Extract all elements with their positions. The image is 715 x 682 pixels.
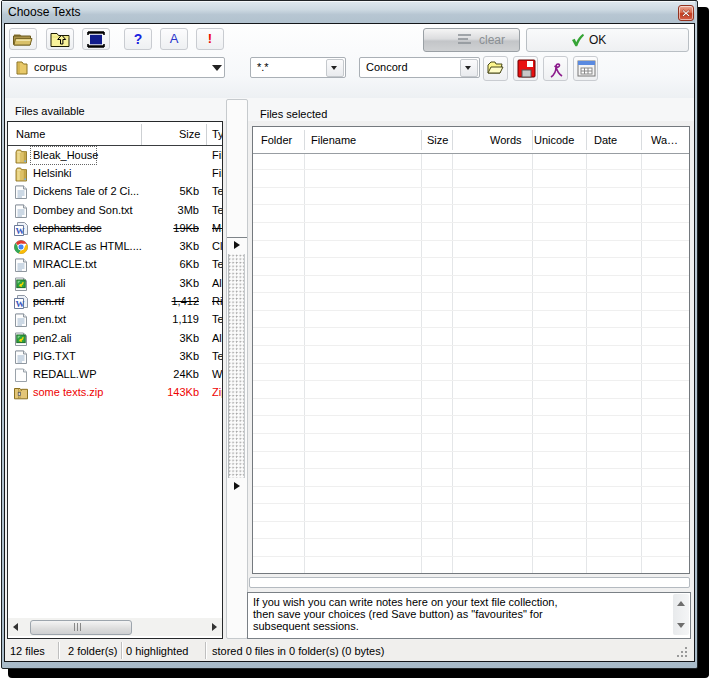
svg-text:W: W <box>16 225 25 235</box>
svg-text:W: W <box>16 299 25 309</box>
